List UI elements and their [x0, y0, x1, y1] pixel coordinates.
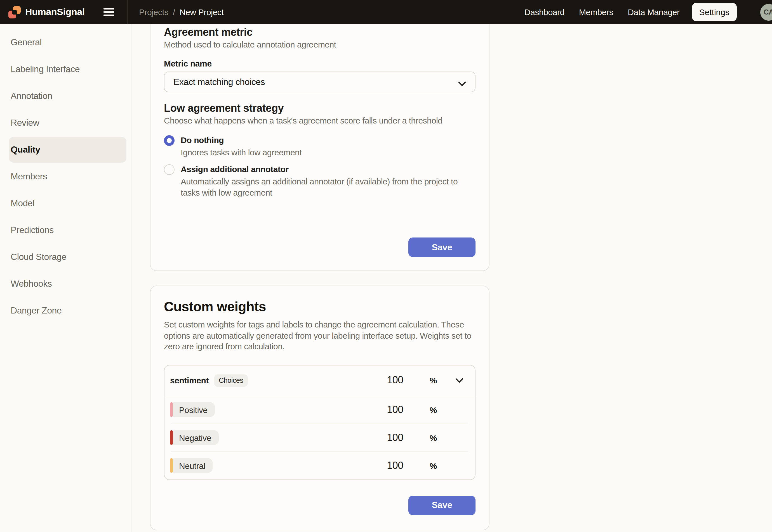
agreement-metric-subtitle: Method used to calculate annotation agre…	[164, 39, 475, 50]
weight-unit: %	[403, 433, 437, 442]
strategy-option-assign-annotator[interactable]: Assign additional annotator	[164, 164, 475, 175]
weight-row-negative: Negative 100 %	[164, 424, 475, 451]
radio-unselected-icon[interactable]	[164, 164, 174, 175]
custom-weights-card: Custom weights Set custom weights for ta…	[150, 286, 489, 530]
custom-weights-title: Custom weights	[164, 298, 475, 315]
weight-value[interactable]: 100	[370, 404, 403, 415]
page-body: General Labeling Interface Annotation Re…	[0, 24, 772, 532]
settings-button[interactable]: Settings	[692, 3, 737, 21]
strategy-option-label[interactable]: Assign additional annotator	[181, 164, 289, 175]
hamburger-menu-icon[interactable]	[101, 6, 117, 18]
app-root: HumanSignal Projects / New Project Dashb…	[0, 0, 772, 532]
navbar-right: Dashboard Members Data Manager Settings …	[524, 3, 772, 21]
custom-weights-description: Set custom weights for tags and labels t…	[164, 319, 475, 352]
chevron-down-icon	[458, 78, 466, 86]
agreement-metric-title: Agreement metric	[164, 26, 475, 39]
nav-link-members[interactable]: Members	[579, 7, 613, 17]
top-navbar: HumanSignal Projects / New Project Dashb…	[0, 0, 772, 24]
navbar-left: HumanSignal Projects / New Project	[0, 0, 224, 24]
chevron-down-icon	[455, 375, 463, 383]
breadcrumb-current-project: New Project	[179, 7, 224, 17]
breadcrumb-projects-link[interactable]: Projects	[139, 7, 168, 17]
main-content: Agreement metric Method used to calculat…	[131, 24, 772, 532]
label-color-stripe	[170, 402, 173, 417]
brand-name: HumanSignal	[25, 6, 85, 18]
sidebar-item-review[interactable]: Review	[9, 110, 126, 136]
weight-unit: %	[403, 461, 437, 470]
low-agreement-strategy-subtitle: Choose what happens when a task's agreem…	[164, 115, 475, 126]
sidebar-item-members[interactable]: Members	[9, 164, 126, 189]
user-avatar[interactable]: CA	[760, 4, 772, 20]
metric-name-label: Metric name	[164, 58, 475, 69]
weights-table: sentiment Choices 100 %	[164, 365, 475, 480]
settings-sidebar: General Labeling Interface Annotation Re…	[0, 24, 131, 532]
strategy-option-description: Ignores tasks with low agreement	[181, 147, 475, 158]
weight-row-neutral: Neutral 100 %	[164, 452, 475, 479]
sidebar-item-webhooks[interactable]: Webhooks	[9, 271, 126, 297]
label-chip-positive: Positive	[170, 402, 215, 417]
label-chip-neutral: Neutral	[170, 458, 213, 473]
sidebar-item-labeling-interface[interactable]: Labeling Interface	[9, 56, 126, 82]
low-agreement-strategy-title: Low agreement strategy	[164, 102, 475, 115]
agreement-metric-card: Agreement metric Method used to calculat…	[150, 24, 489, 271]
strategy-option-description: Automatically assigns an additional anno…	[181, 176, 475, 198]
label-chip-text: Positive	[179, 405, 208, 414]
sidebar-item-annotation[interactable]: Annotation	[9, 83, 126, 109]
label-chip-text: Neutral	[179, 461, 205, 470]
weights-group-type-badge: Choices	[214, 374, 248, 386]
metric-name-selected-value: Exact matching choices	[173, 77, 265, 87]
brand-logo[interactable]: HumanSignal	[0, 6, 85, 18]
custom-weights-save-row: Save	[164, 495, 475, 515]
weights-group-row-sentiment[interactable]: sentiment Choices 100 %	[164, 365, 475, 395]
agreement-save-row: Save	[164, 237, 475, 257]
weights-group-name: sentiment	[170, 376, 209, 385]
weight-unit: %	[403, 405, 437, 414]
sidebar-item-model[interactable]: Model	[9, 191, 126, 216]
avatar-initials: CA	[764, 8, 772, 16]
radio-selected-icon[interactable]	[164, 135, 174, 146]
weights-group-collapse-control[interactable]	[454, 379, 462, 382]
sidebar-item-danger-zone[interactable]: Danger Zone	[9, 298, 126, 324]
label-color-stripe	[170, 458, 173, 473]
label-chip-text: Negative	[179, 433, 211, 442]
label-color-stripe	[170, 430, 173, 445]
sidebar-item-predictions[interactable]: Predictions	[9, 217, 126, 243]
breadcrumb-divider: /	[173, 7, 175, 17]
humansignal-logo-icon	[8, 6, 21, 18]
nav-link-dashboard[interactable]: Dashboard	[524, 7, 564, 17]
weight-value[interactable]: 100	[370, 460, 403, 471]
strategy-option-do-nothing[interactable]: Do nothing	[164, 135, 475, 146]
custom-weights-save-button[interactable]: Save	[408, 495, 475, 515]
navbar-divider	[127, 0, 128, 24]
label-chip-negative: Negative	[170, 430, 219, 445]
nav-link-data-manager[interactable]: Data Manager	[628, 7, 679, 17]
sidebar-item-cloud-storage[interactable]: Cloud Storage	[9, 244, 126, 270]
weight-value[interactable]: 100	[370, 432, 403, 443]
agreement-save-button[interactable]: Save	[408, 237, 475, 257]
weight-row-positive: Positive 100 %	[164, 396, 475, 423]
sidebar-item-quality[interactable]: Quality	[9, 137, 126, 163]
breadcrumb: Projects / New Project	[139, 7, 224, 17]
strategy-option-label[interactable]: Do nothing	[181, 135, 224, 146]
sidebar-item-general[interactable]: General	[9, 30, 126, 55]
weights-group-unit: %	[403, 376, 437, 385]
weights-group-value[interactable]: 100	[370, 374, 403, 386]
metric-name-select[interactable]: Exact matching choices	[164, 72, 475, 92]
